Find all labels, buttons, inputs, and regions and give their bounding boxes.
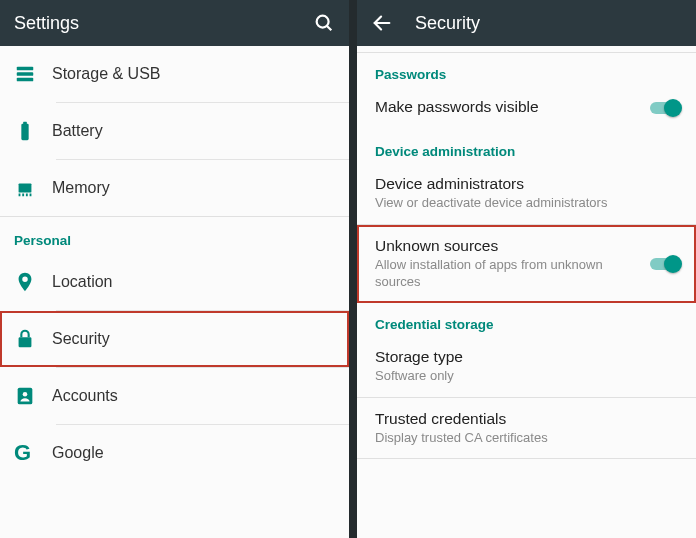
- lock-icon: [14, 328, 52, 350]
- section-header-personal: Personal: [0, 217, 349, 254]
- divider: [357, 458, 696, 459]
- security-title: Security: [415, 13, 480, 34]
- svg-rect-5: [21, 124, 28, 141]
- settings-title: Settings: [14, 13, 79, 34]
- section-header-passwords: Passwords: [357, 53, 696, 86]
- item-title: Make passwords visible: [375, 98, 636, 116]
- accounts-icon: [14, 385, 52, 407]
- svg-line-1: [327, 26, 331, 30]
- memory-icon: [14, 177, 52, 199]
- item-subtitle: Software only: [375, 368, 678, 385]
- svg-rect-6: [23, 122, 27, 125]
- settings-panel: Settings Storage & USB: [0, 0, 349, 538]
- settings-item-label: Storage & USB: [52, 65, 161, 82]
- settings-item-storage[interactable]: Storage & USB: [0, 46, 349, 102]
- unknown-sources-toggle[interactable]: [648, 254, 682, 274]
- item-title: Storage type: [375, 348, 678, 366]
- section-header-credential: Credential storage: [357, 303, 696, 336]
- make-passwords-visible-item[interactable]: Make passwords visible: [357, 86, 696, 130]
- security-appbar: Security: [357, 0, 696, 46]
- battery-icon: [14, 120, 52, 142]
- unknown-sources-item[interactable]: Unknown sources Allow installation of ap…: [357, 225, 696, 303]
- settings-item-label: Google: [52, 444, 104, 461]
- item-subtitle: Display trusted CA certificates: [375, 430, 678, 447]
- storage-icon: [14, 63, 52, 85]
- settings-item-label: Memory: [52, 179, 110, 196]
- svg-rect-4: [17, 78, 34, 82]
- section-header-device-admin: Device administration: [357, 130, 696, 163]
- settings-item-label: Location: [52, 273, 113, 290]
- security-list: Passwords Make passwords visible Device …: [357, 46, 696, 538]
- item-subtitle: Allow installation of apps from unknown …: [375, 257, 636, 291]
- svg-rect-8: [19, 194, 21, 197]
- svg-rect-7: [19, 183, 32, 192]
- settings-list: Storage & USB Battery Memory: [0, 46, 349, 538]
- svg-rect-3: [17, 72, 34, 76]
- settings-item-security[interactable]: Security: [0, 311, 349, 367]
- location-icon: [14, 271, 52, 293]
- device-administrators-item[interactable]: Device administrators View or deactivate…: [357, 163, 696, 224]
- settings-appbar: Settings: [0, 0, 349, 46]
- settings-item-location[interactable]: Location: [0, 254, 349, 310]
- google-icon: G: [14, 442, 52, 464]
- settings-item-accounts[interactable]: Accounts: [0, 368, 349, 424]
- svg-rect-12: [19, 337, 32, 347]
- settings-item-memory[interactable]: Memory: [0, 160, 349, 216]
- item-subtitle: View or deactivate device administrators: [375, 195, 678, 212]
- settings-item-battery[interactable]: Battery: [0, 103, 349, 159]
- back-icon[interactable]: [371, 12, 393, 34]
- passwords-visible-toggle[interactable]: [648, 98, 682, 118]
- settings-item-label: Battery: [52, 122, 103, 139]
- settings-item-google[interactable]: G Google: [0, 425, 349, 481]
- item-title: Device administrators: [375, 175, 678, 193]
- svg-rect-11: [30, 194, 32, 197]
- settings-item-label: Accounts: [52, 387, 118, 404]
- trusted-credentials-item[interactable]: Trusted credentials Display trusted CA c…: [357, 398, 696, 459]
- search-icon[interactable]: [313, 12, 335, 34]
- svg-rect-10: [26, 194, 28, 197]
- svg-rect-9: [22, 194, 24, 197]
- settings-item-label: Security: [52, 330, 110, 347]
- item-title: Unknown sources: [375, 237, 636, 255]
- panel-gap: [349, 0, 357, 538]
- svg-point-0: [317, 16, 329, 28]
- item-title: Trusted credentials: [375, 410, 678, 428]
- svg-rect-2: [17, 67, 34, 71]
- svg-point-14: [23, 392, 28, 397]
- security-panel: Security Passwords Make passwords visibl…: [357, 0, 696, 538]
- storage-type-item[interactable]: Storage type Software only: [357, 336, 696, 397]
